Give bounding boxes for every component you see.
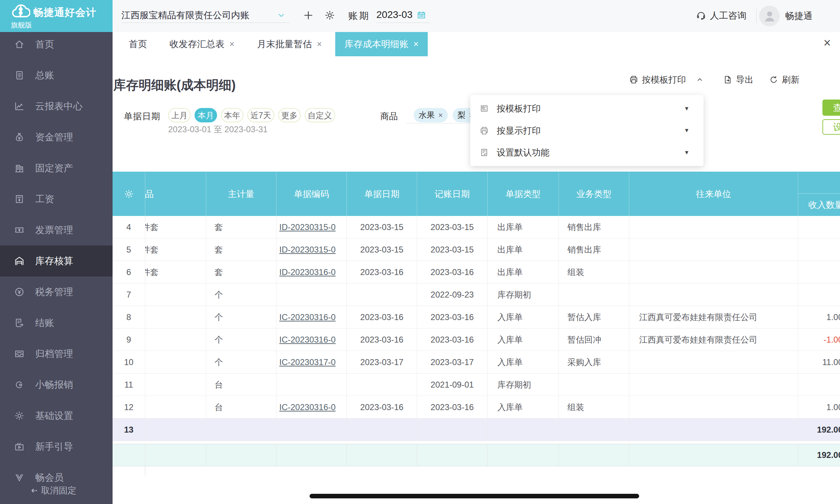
- chevron-down-icon[interactable]: [276, 11, 286, 20]
- sidebar-item-home[interactable]: 首页: [0, 29, 113, 60]
- column-header-label: 往来单位: [696, 188, 731, 200]
- sidebar-item-video-guide[interactable]: 新手引导: [0, 431, 113, 462]
- doc-link[interactable]: IC-20230317-0: [279, 357, 336, 367]
- sidebar-item-closing-doc[interactable]: 结账: [0, 307, 113, 338]
- print-menu-item-template-card[interactable]: 按模板打印▼: [470, 99, 704, 119]
- avatar[interactable]: [759, 6, 780, 26]
- total-cell: [145, 444, 206, 466]
- settings-gear-button[interactable]: [324, 10, 335, 21]
- doc-link[interactable]: ID-20230316-0: [279, 267, 336, 277]
- product-tag[interactable]: 水果×: [414, 108, 448, 122]
- tab-label: 首页: [129, 38, 147, 50]
- tab-close-icon[interactable]: ×: [229, 39, 235, 49]
- unpin-sidebar-button[interactable]: 取消固定: [30, 485, 76, 496]
- close-all-tabs-button[interactable]: ×: [823, 36, 831, 50]
- table-row[interactable]: 4件套套ID-20230315-02023-03-152023-03-15出库单…: [113, 216, 840, 238]
- doc-link[interactable]: IC-20230316-0: [279, 402, 336, 412]
- company-selector[interactable]: 江西服宝精品有限责任公司内账: [121, 9, 249, 21]
- table-row[interactable]: 6件套套ID-20230316-02023-03-162023-03-16出库单…: [113, 261, 840, 283]
- sidebar-item-building[interactable]: 固定资产: [0, 153, 113, 184]
- period-value[interactable]: 2023-03: [376, 9, 413, 20]
- date-filter-pill[interactable]: 上月: [168, 108, 191, 122]
- print-menu-item-doc-check[interactable]: 设置默认功能▼: [470, 143, 704, 162]
- date-filter-pill[interactable]: 自定义: [305, 108, 335, 122]
- salary-doc-icon: [14, 194, 25, 204]
- print-by-template-button[interactable]: 按模板打印: [629, 74, 707, 85]
- cell-product: 件套: [145, 261, 206, 283]
- cell-unit: 个: [206, 351, 276, 373]
- horizontal-scrollbar[interactable]: [310, 494, 639, 498]
- table-row[interactable]: 10个IC-20230317-02023-03-172023-03-17入库单采…: [113, 351, 840, 374]
- column-header-5: 单据类型: [488, 172, 559, 216]
- table-row[interactable]: 9个IC-20230316-02023-03-162023-03-16入库单暂估…: [113, 328, 840, 351]
- sidebar-item-gear[interactable]: 基础设置: [0, 400, 113, 431]
- add-account-button[interactable]: [303, 9, 314, 21]
- cell-product: [145, 374, 206, 396]
- sidebar-item-archive-box[interactable]: 归档管理: [0, 338, 113, 369]
- sidebar-item-money-bag[interactable]: 资金管理: [0, 122, 113, 153]
- calendar-icon[interactable]: [416, 10, 426, 20]
- print-menu-item-printer[interactable]: 按显示打印▼: [470, 121, 704, 140]
- cell-product: [145, 396, 206, 418]
- headset-icon[interactable]: [696, 9, 706, 20]
- table-total-row: 192.00: [113, 444, 840, 466]
- query-button[interactable]: 查: [822, 100, 840, 116]
- cell-text: 件套: [145, 222, 159, 233]
- export-button[interactable]: 导出: [723, 74, 753, 85]
- home-icon: [14, 39, 25, 50]
- cell-income-qty: 11.00: [798, 351, 840, 373]
- cell-partner: [629, 351, 798, 373]
- sidebar-item-expense-c[interactable]: 小畅报销: [0, 369, 113, 400]
- user-name[interactable]: 畅捷通: [785, 10, 813, 22]
- tab-1[interactable]: 收发存汇总表×: [160, 32, 244, 56]
- doc-link[interactable]: IC-20230316-0: [279, 335, 336, 345]
- tab-2[interactable]: 月末批量暂估×: [248, 32, 331, 56]
- table-row[interactable]: 12台IC-20230316-02023-03-162023-03-16入库单组…: [113, 396, 840, 419]
- sidebar-item-report-chart[interactable]: 云报表中心: [0, 91, 113, 122]
- tab-0[interactable]: 首页: [120, 32, 156, 56]
- sidebar-item-warehouse[interactable]: 库存核算: [0, 245, 113, 276]
- support-link[interactable]: 人工咨询: [710, 9, 746, 22]
- cell-doc-no: IC-20230316-0: [276, 396, 347, 418]
- table-row[interactable]: 8个IC-20230316-02023-03-162023-03-16入库单暂估…: [113, 306, 840, 328]
- sidebar-item-label: 库存核算: [35, 255, 73, 267]
- sidebar-item-tax-coin[interactable]: 税务管理: [0, 276, 113, 307]
- tag-remove-icon[interactable]: ×: [438, 111, 443, 120]
- table-row[interactable]: 13192.00: [113, 419, 840, 441]
- table-row[interactable]: 5件套套ID-20230315-02023-03-152023-03-15出库单…: [113, 238, 840, 261]
- refresh-icon: [769, 75, 778, 84]
- filter-settings-button[interactable]: 设: [822, 119, 840, 135]
- sidebar-item-invoice-ticket[interactable]: 发票管理: [0, 215, 113, 245]
- refresh-button[interactable]: 刷新: [769, 74, 800, 85]
- doc-link[interactable]: ID-20230315-0: [279, 222, 336, 232]
- column-header-3: 单据日期: [347, 172, 417, 216]
- doc-link[interactable]: IC-20230316-0: [279, 312, 336, 322]
- sidebar-item-salary-doc[interactable]: 工资: [0, 184, 113, 215]
- tab-3[interactable]: 库存成本明细账×: [335, 32, 428, 56]
- tab-close-icon[interactable]: ×: [413, 39, 419, 49]
- date-filter-pill[interactable]: 更多: [278, 108, 301, 122]
- table-row[interactable]: 11台2021-09-01库存期初: [113, 374, 840, 396]
- cell-row-number: 5: [113, 238, 145, 261]
- date-filter-pill[interactable]: 本月: [195, 108, 217, 122]
- date-filter-pill[interactable]: 近7天: [247, 108, 274, 122]
- date-filter-pill[interactable]: 本年: [221, 108, 243, 122]
- cell-biz-type: 组装: [559, 261, 629, 283]
- cell-partner: [629, 261, 798, 283]
- tab-close-icon[interactable]: ×: [317, 39, 322, 49]
- print-dropdown-menu: 按模板打印▼按显示打印▼设置默认功能▼: [470, 95, 704, 166]
- tabs: 首页收发存汇总表×月末批量暂估×库存成本明细账×: [113, 32, 840, 56]
- doc-date-filter-label: 单据日期: [124, 110, 160, 122]
- column-settings-button[interactable]: [113, 172, 145, 216]
- member-v-icon: [14, 472, 25, 483]
- sidebar-item-ledger[interactable]: 总账: [0, 60, 113, 91]
- cell-doc-date: 2023-03-16: [347, 306, 417, 328]
- warehouse-icon: [14, 256, 25, 266]
- sidebar-item-label: 云报表中心: [35, 100, 83, 113]
- doc-link[interactable]: ID-20230315-0: [279, 245, 336, 255]
- column-header-4: 记账日期: [417, 172, 488, 216]
- table-row[interactable]: 7个2022-09-23库存期初: [113, 283, 840, 306]
- cell-row-number: 10: [113, 351, 145, 373]
- chevron-up-icon[interactable]: [696, 76, 704, 84]
- print-button-label: 按模板打印: [642, 74, 686, 85]
